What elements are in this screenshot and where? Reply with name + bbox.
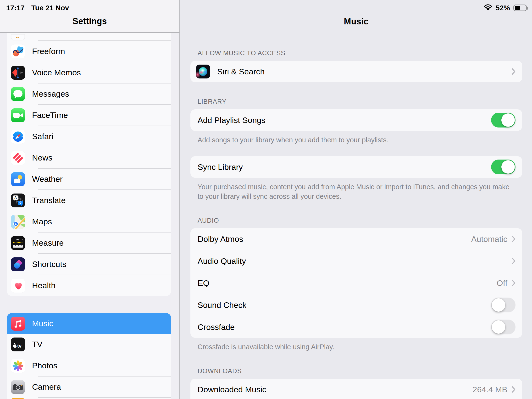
section-footer: Add songs to your library when you add t… bbox=[190, 135, 522, 145]
sidebar-list[interactable]: FreeformVoice MemosMessagesFaceTimeSafar… bbox=[0, 33, 179, 399]
camera-icon bbox=[11, 380, 25, 394]
section-header: LIBRARY bbox=[190, 98, 522, 106]
sidebar-item-label: Messages bbox=[32, 89, 69, 99]
sidebar-item-maps[interactable]: Maps bbox=[7, 211, 171, 232]
sidebar-item-freeform[interactable]: Freeform bbox=[7, 41, 171, 62]
sidebar-item-label: Weather bbox=[32, 174, 63, 184]
status-date: Tue 21 Nov bbox=[31, 4, 69, 12]
svg-text:tv: tv bbox=[17, 343, 22, 348]
sidebar-group: FreeformVoice MemosMessagesFaceTimeSafar… bbox=[7, 33, 171, 296]
svg-text:A: A bbox=[14, 196, 17, 200]
settings-group: Add Playlist Songs bbox=[190, 109, 522, 131]
wifi-icon bbox=[484, 4, 492, 12]
section-footer: Your purchased music, content you add fr… bbox=[190, 182, 522, 201]
music-icon bbox=[11, 317, 25, 331]
status-bar: 17:17 Tue 21 Nov 52% bbox=[0, 0, 532, 13]
row-label: Crossfade bbox=[198, 323, 235, 332]
chevron-right-icon bbox=[512, 280, 515, 286]
sidebar-item-facetime[interactable]: FaceTime bbox=[7, 105, 171, 126]
chevron-right-icon bbox=[512, 258, 515, 264]
battery-nub bbox=[527, 7, 528, 10]
sidebar-item-tv[interactable]: tvTV bbox=[7, 334, 171, 355]
sidebar-item-label: Safari bbox=[32, 132, 53, 141]
row-label: Downloaded Music bbox=[198, 385, 266, 394]
section-header: ALLOW MUSIC TO ACCESS bbox=[190, 50, 522, 57]
sidebar-item-label: Music bbox=[32, 319, 53, 328]
battery-percent: 52% bbox=[496, 4, 510, 12]
settings-section: AUDIODolby AtmosAutomaticAudio QualityEQ… bbox=[190, 217, 522, 352]
siri-icon bbox=[196, 65, 210, 78]
page-title: Music bbox=[344, 17, 368, 26]
status-bar-left: 17:17 Tue 21 Nov bbox=[6, 4, 69, 12]
sidebar-item-messages[interactable]: Messages bbox=[7, 83, 171, 104]
toggle-knob bbox=[492, 298, 505, 312]
sidebar-item-weather[interactable]: Weather bbox=[7, 169, 171, 190]
measure-icon bbox=[11, 236, 25, 250]
sidebar-item-measure[interactable]: Measure bbox=[7, 233, 171, 253]
row-dolby-atmos[interactable]: Dolby AtmosAutomatic bbox=[190, 228, 522, 250]
row-downloaded-music[interactable]: Downloaded Music264.4 MB bbox=[190, 379, 522, 399]
main-sections[interactable]: ALLOW MUSIC TO ACCESSSiri & SearchLIBRAR… bbox=[180, 33, 532, 399]
row-sync-library[interactable]: Sync Library bbox=[190, 156, 522, 178]
sidebar-item-clipped bbox=[7, 398, 171, 399]
row-label: Sync Library bbox=[198, 162, 243, 172]
section-header: DOWNLOADS bbox=[190, 367, 522, 375]
status-time: 17:17 bbox=[6, 4, 25, 12]
settings-section: DOWNLOADSDownloaded Music264.4 MBOptimis… bbox=[190, 367, 522, 399]
sidebar-item-news[interactable]: News bbox=[7, 147, 171, 168]
sidebar-item-label: Voice Memos bbox=[32, 68, 81, 77]
shortcuts-icon bbox=[11, 257, 25, 271]
row-add-playlist-songs[interactable]: Add Playlist Songs bbox=[190, 109, 522, 131]
row-label: Sound Check bbox=[198, 300, 246, 310]
sidebar-item-translate[interactable]: ATranslate bbox=[7, 190, 171, 211]
row-eq[interactable]: EQOff bbox=[190, 272, 522, 294]
toggle-knob bbox=[501, 113, 515, 127]
settings-section: Sync LibraryYour purchased music, conten… bbox=[190, 156, 522, 201]
main-panel: Music ALLOW MUSIC TO ACCESSSiri & Search… bbox=[180, 0, 532, 399]
row-value: Automatic bbox=[471, 234, 507, 244]
news-icon bbox=[11, 151, 25, 165]
health-icon bbox=[11, 279, 25, 292]
chevron-right-icon bbox=[512, 68, 515, 75]
sidebar-item-label: Measure bbox=[32, 238, 64, 247]
sidebar-item-music[interactable]: Music bbox=[7, 313, 171, 334]
sidebar-item-label: FaceTime bbox=[32, 111, 68, 120]
row-label: Audio Quality bbox=[198, 256, 246, 266]
sidebar-item-safari[interactable]: Safari bbox=[7, 126, 171, 147]
photos-icon bbox=[11, 359, 25, 373]
battery-fill bbox=[515, 6, 520, 10]
sync-library-toggle[interactable] bbox=[491, 159, 515, 174]
toggle-knob bbox=[501, 160, 515, 174]
sidebar: FreeformVoice MemosMessagesFaceTimeSafar… bbox=[0, 0, 180, 399]
sidebar-item-camera[interactable]: Camera bbox=[7, 377, 171, 397]
sidebar-item-label: News bbox=[32, 153, 52, 162]
sidebar-item-photos[interactable]: Photos bbox=[7, 355, 171, 376]
battery-icon bbox=[513, 5, 527, 11]
row-siri-search[interactable]: Siri & Search bbox=[190, 61, 522, 82]
sidebar-item-health[interactable]: Health bbox=[7, 275, 171, 296]
sidebar-item-clipped bbox=[7, 33, 171, 40]
settings-section: ALLOW MUSIC TO ACCESSSiri & Search bbox=[190, 50, 522, 82]
sidebar-item-label: Health bbox=[32, 281, 56, 290]
row-label: Add Playlist Songs bbox=[198, 115, 266, 125]
maps-icon bbox=[11, 215, 25, 229]
facetime-icon bbox=[11, 108, 25, 122]
row-sound-check[interactable]: Sound Check bbox=[190, 294, 522, 316]
settings-group: Sync Library bbox=[190, 156, 522, 178]
sidebar-item-shortcuts[interactable]: Shortcuts bbox=[7, 254, 171, 275]
chevron-right-icon bbox=[512, 236, 515, 242]
sidebar-group: MusictvTVPhotosCamera bbox=[7, 313, 171, 399]
sound-check-toggle[interactable] bbox=[491, 298, 515, 312]
row-crossfade[interactable]: Crossfade bbox=[190, 316, 522, 338]
sidebar-item-label: Freeform bbox=[32, 47, 65, 56]
sidebar-title: Settings bbox=[72, 16, 107, 26]
section-header: AUDIO bbox=[190, 217, 522, 224]
crossfade-toggle[interactable] bbox=[491, 320, 515, 334]
row-value: Off bbox=[497, 279, 507, 288]
settings-group: Downloaded Music264.4 MBOptimise Storage… bbox=[190, 379, 522, 399]
add-playlist-songs-toggle[interactable] bbox=[491, 113, 515, 127]
sidebar-item-voice-memos[interactable]: Voice Memos bbox=[7, 62, 171, 83]
unknown-app-partial-orange-icon bbox=[11, 398, 25, 399]
row-audio-quality[interactable]: Audio Quality bbox=[190, 250, 522, 272]
settings-section: LIBRARYAdd Playlist SongsAdd songs to yo… bbox=[190, 98, 522, 145]
